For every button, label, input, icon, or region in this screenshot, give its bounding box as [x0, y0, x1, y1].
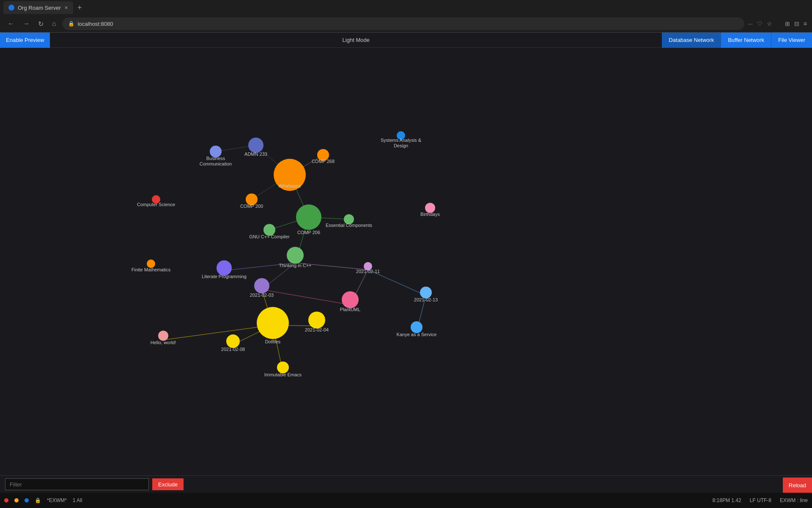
tab-title: Org Roam Server	[18, 5, 61, 11]
tab-file-viewer[interactable]: File Viewer	[771, 33, 812, 48]
tab-buffer-network[interactable]: Buffer Network	[721, 33, 771, 48]
label-athabasca: Athabasca	[279, 183, 301, 188]
node-kanye-service[interactable]	[411, 321, 422, 333]
status-dot-red	[4, 498, 8, 502]
security-icon: 🔒	[68, 21, 74, 27]
label-comp268: COMP 268	[312, 159, 335, 164]
label-admn233: ADMN 233	[244, 152, 267, 157]
nav-tabs: Database Network Buffer Network File Vie…	[662, 33, 812, 48]
label-thinking-cpp: Thinking in C++	[279, 263, 311, 268]
forward-button[interactable]: →	[20, 18, 32, 29]
label-systems-analysis2: Design	[394, 143, 408, 148]
new-tab-button[interactable]: +	[75, 3, 85, 12]
status-dot-yellow	[14, 498, 19, 502]
label-comp206: COMP 206	[297, 230, 320, 235]
label-business-comm2: Communication	[200, 161, 232, 166]
node-finite-math[interactable]	[147, 260, 155, 268]
label-2021-02-13: 2021-02-13	[414, 297, 438, 302]
tab-grid-icon[interactable]: ⊟	[794, 20, 799, 27]
url-text: localhost:8080	[78, 21, 113, 27]
label-essential-components: Essential Components	[326, 223, 373, 228]
status-wm-label: *EXWM*	[47, 497, 67, 503]
label-2021-02-08: 2021-02-08	[221, 347, 245, 352]
label-literate-prog: Literate Programming	[202, 274, 247, 279]
tab-close-button[interactable]: ✕	[64, 5, 68, 11]
edge	[163, 325, 273, 340]
hamburger-icon[interactable]: ≡	[804, 20, 807, 27]
address-bar: ← → ↻ ⌂ 🔒 localhost:8080 ··· ♡ ☆ ⊞ ⊟ ≡	[0, 15, 812, 32]
exclude-button[interactable]: Exclude	[152, 478, 184, 490]
node-literate-prog[interactable]	[217, 260, 232, 276]
label-finite-math: Finite Mathematics	[132, 267, 171, 272]
node-2021-02-04[interactable]	[308, 312, 325, 329]
label-computer-science: Computer Science	[137, 202, 176, 207]
edge	[262, 290, 350, 305]
node-dotfiles[interactable]	[257, 307, 289, 339]
home-button[interactable]: ⌂	[49, 18, 59, 29]
graph-area: Business Communication ADMN 233 COMP 268…	[0, 48, 812, 463]
status-workspace: 1 All	[73, 497, 82, 503]
status-right: 8:18PM 1.42 LF UTF-8 EXWM : line	[713, 497, 808, 503]
nodes[interactable]: Business Communication ADMN 233 COMP 268…	[132, 131, 440, 377]
app-toolbar: Enable Preview Light Mode Database Netwo…	[0, 33, 812, 48]
extensions-icon[interactable]: ⊞	[785, 20, 790, 27]
back-button[interactable]: ←	[5, 18, 17, 29]
node-2021-02-03[interactable]	[254, 278, 269, 293]
node-admn233[interactable]	[248, 138, 263, 153]
label-hello-world: Hello, world!	[151, 340, 176, 345]
browser-chrome: Org Roam Server ✕ + ← → ↻ ⌂ 🔒 localhost:…	[0, 0, 812, 33]
url-box[interactable]: 🔒 localhost:8080	[62, 17, 744, 30]
node-plantuml[interactable]	[342, 291, 359, 308]
node-2021-02-13[interactable]	[420, 287, 432, 298]
node-hello-world[interactable]	[158, 331, 168, 341]
tab-favicon	[8, 5, 14, 11]
active-tab[interactable]: Org Roam Server ✕	[3, 1, 73, 14]
status-mode: EXWM : line	[780, 497, 808, 503]
reload-button[interactable]: Reload	[783, 478, 812, 493]
light-mode-label: Light Mode	[50, 37, 662, 43]
status-dot-blue	[25, 498, 29, 502]
network-graph: Business Communication ADMN 233 COMP 268…	[0, 48, 812, 463]
tab-bar: Org Roam Server ✕ +	[0, 0, 812, 15]
filter-input[interactable]	[5, 478, 149, 490]
node-thinking-cpp[interactable]	[287, 247, 304, 264]
bottom-bar: Exclude	[0, 475, 812, 493]
label-birthdays: Birthdays	[420, 212, 440, 217]
label-dotfiles: Dotfiles	[265, 339, 281, 344]
enable-preview-button[interactable]: Enable Preview	[0, 33, 50, 48]
label-2021-02-04: 2021-02-04	[305, 327, 329, 332]
reload-button[interactable]: ↻	[36, 18, 46, 30]
status-encoding: LF UTF-8	[750, 497, 771, 503]
label-gnu-cpp: GNU C++ Compiler	[249, 234, 290, 239]
node-comp206[interactable]	[296, 204, 321, 230]
star-icon[interactable]: ☆	[767, 20, 772, 27]
status-time: 8:18PM 1.42	[713, 497, 741, 503]
status-lock-icon: 🔒	[35, 497, 41, 503]
label-comp200: COMP 200	[240, 204, 263, 209]
label-2021-02-03: 2021-02-03	[250, 293, 274, 298]
node-2021-02-08[interactable]	[226, 334, 240, 348]
label-systems-analysis1: Systems Analysis &	[381, 138, 422, 143]
label-business-comm: Business	[206, 156, 225, 161]
label-kanye-service: Kanye as a Service	[397, 332, 437, 337]
label-immutable-emacs: Immutable Emacs	[264, 372, 302, 377]
node-immutable-emacs[interactable]	[277, 362, 289, 373]
tab-database-network[interactable]: Database Network	[662, 33, 721, 48]
status-bar: 🔒 *EXWM* 1 All 8:18PM 1.42 LF UTF-8 EXWM…	[0, 493, 812, 508]
bookmark-icon[interactable]: ♡	[757, 20, 763, 27]
label-plantuml: PlantUML	[340, 307, 360, 312]
browser-actions: ··· ♡ ☆ ⊞ ⊟ ≡	[748, 20, 807, 27]
label-2021-02-11: 2021-02-11	[356, 269, 380, 274]
menu-dots[interactable]: ···	[748, 20, 753, 27]
